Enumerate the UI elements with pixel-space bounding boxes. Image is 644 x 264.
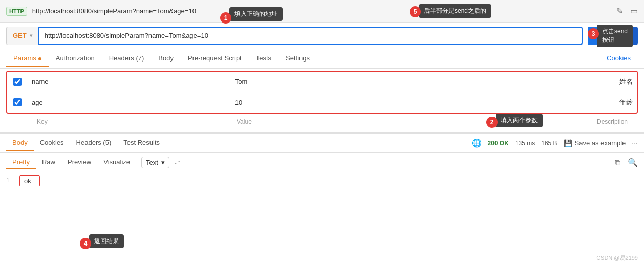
response-status: 200 OK (488, 140, 509, 147)
response-meta: 🌐 200 OK 135 ms 165 B 💾 Save as example … (471, 138, 638, 148)
response-body: 1 ok (0, 172, 644, 189)
param-checkbox-name[interactable] (7, 78, 28, 86)
tab-authorization[interactable]: Authorization (49, 50, 102, 67)
annotation-num-4: 4 (80, 238, 91, 249)
tab-tests[interactable]: Tests (249, 50, 278, 67)
resp-subtab-raw[interactable]: Raw (36, 156, 61, 169)
response-subtabs-row: Pretty Raw Preview Visualize Text ▾ ⇌ ⧉ … (0, 153, 644, 172)
checkbox-age[interactable] (13, 98, 22, 106)
param-value-age: 10 (231, 99, 434, 106)
save-as-example-button[interactable]: 💾 Save as example (564, 139, 626, 147)
wrap-icon[interactable]: ⇌ (175, 159, 180, 166)
tab-headers[interactable]: Headers (7) (102, 50, 152, 67)
method-dropdown-arrow: ▾ (30, 33, 32, 38)
top-url-display: http://localhost:8080/simpleParam?name=T… (32, 7, 611, 15)
resp-subtab-preview[interactable]: Preview (61, 156, 97, 169)
response-value-wrap: ok (19, 175, 40, 186)
url-bar: GET ▾ Send ▾ (0, 23, 644, 49)
tab-pre-request-script[interactable]: Pre-request Script (181, 50, 249, 67)
top-bar: HTTP http://localhost:8080/simpleParam?n… (0, 0, 644, 23)
param-desc-age: 年龄 (434, 98, 637, 107)
more-options-button[interactable]: ··· (632, 139, 638, 147)
response-time: 135 ms (515, 140, 535, 147)
resp-tab-cookies[interactable]: Cookies (34, 135, 70, 151)
send-dropdown-button[interactable]: ▾ (626, 27, 638, 45)
format-dropdown-arrow: ▾ (161, 159, 165, 166)
url-input[interactable] (39, 32, 582, 39)
send-button[interactable]: Send (588, 27, 626, 45)
copy-response-button[interactable]: ⧉ (615, 158, 620, 167)
annotation-4: 返回结果 (89, 234, 124, 248)
edit-icon[interactable]: ✎ (616, 6, 623, 16)
param-key-age: age (28, 99, 231, 106)
param-header-description: Description (432, 118, 632, 125)
param-key-name: name (28, 78, 231, 85)
tab-params[interactable]: Params (6, 50, 49, 67)
param-header-value: Value (232, 118, 432, 125)
save-icon: 💾 (564, 139, 572, 147)
resp-tab-test-results[interactable]: Test Results (117, 135, 166, 151)
http-badge: HTTP (6, 7, 27, 16)
line-number: 1 (6, 175, 14, 184)
method-label: GET (13, 32, 27, 39)
param-header-row: Key Value Description (6, 114, 638, 130)
tab-body[interactable]: Body (151, 50, 181, 67)
url-input-wrap (38, 27, 583, 45)
send-btn-wrap: Send ▾ (588, 27, 638, 45)
params-section: name Tom 姓名 age 10 年龄 Key Value Descript… (0, 69, 644, 132)
param-value-name: Tom (231, 78, 434, 85)
resp-subtab-pretty[interactable]: Pretty (6, 156, 36, 169)
param-desc-name: 姓名 (434, 77, 637, 86)
format-select[interactable]: Text ▾ (141, 157, 169, 168)
checkbox-name[interactable] (13, 78, 22, 86)
tab-cookies[interactable]: Cookies (599, 50, 638, 67)
method-select[interactable]: GET ▾ (6, 27, 38, 45)
globe-icon: 🌐 (471, 138, 482, 148)
param-row-name: name Tom 姓名 (7, 72, 637, 92)
top-icons: ✎ ▭ (616, 6, 638, 16)
search-response-button[interactable]: 🔍 (628, 158, 638, 167)
response-size: 165 B (541, 140, 557, 147)
param-row-age: age 10 年龄 (7, 92, 637, 113)
response-value: ok (19, 175, 40, 186)
param-header-key: Key (33, 118, 232, 125)
response-action-icons: ⧉ 🔍 (615, 158, 638, 167)
tabs-row: Params Authorization Headers (7) Body Pr… (0, 49, 644, 69)
comment-icon[interactable]: ▭ (630, 6, 638, 16)
resp-tab-headers[interactable]: Headers (5) (70, 135, 118, 151)
params-table: name Tom 姓名 age 10 年龄 (6, 71, 638, 114)
tab-settings[interactable]: Settings (278, 50, 317, 67)
watermark: CSDN @易2199 (596, 254, 638, 262)
param-checkbox-age[interactable] (7, 98, 28, 106)
response-tabs-row: Body Cookies Headers (5) Test Results 🌐 … (0, 134, 644, 153)
response-section: Body Cookies Headers (5) Test Results 🌐 … (0, 132, 644, 189)
resp-subtab-visualize[interactable]: Visualize (97, 156, 136, 169)
resp-tab-body[interactable]: Body (6, 135, 34, 151)
